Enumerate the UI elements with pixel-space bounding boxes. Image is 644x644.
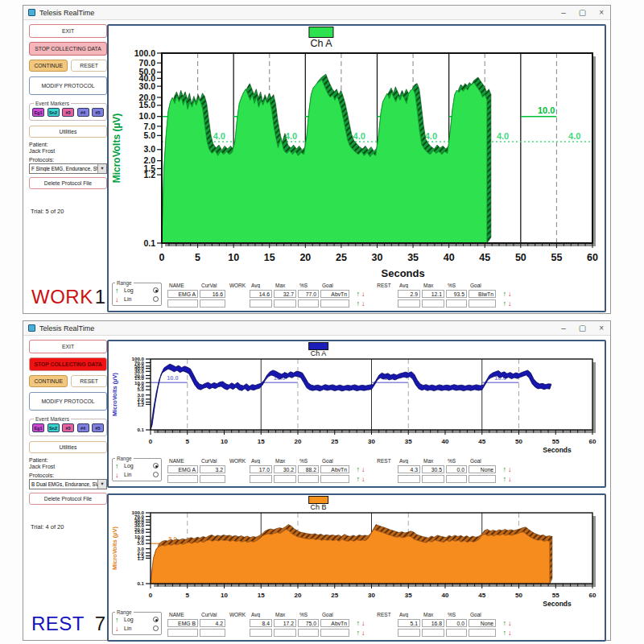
event-marker-1-button[interactable]: Eg1 — [32, 108, 44, 117]
svg-text:5.0: 5.0 — [143, 130, 155, 140]
stat-value-name: EMG B — [167, 619, 198, 627]
stat-value-rest-pct: 0.0 — [446, 619, 467, 627]
utilities-button[interactable]: Utilities — [29, 441, 107, 453]
protocol-select[interactable]: B Dual EMGs, Endurance, SW ▼ — [29, 479, 107, 489]
goal-up-arrow[interactable]: ↑ — [503, 475, 507, 483]
goal-down-arrow[interactable]: ↓ — [361, 290, 365, 298]
goal-down-arrow[interactable]: ↓ — [508, 475, 512, 483]
goal-up-arrow[interactable]: ↑ — [503, 299, 507, 308]
close-button[interactable]: × — [599, 9, 604, 17]
stat-value-work-avg: 14.6 — [250, 290, 272, 298]
trial-counter: Trial: 4 of 20 — [31, 523, 64, 530]
event-marker-5-button[interactable]: #5 — [92, 108, 104, 117]
chevron-down-icon[interactable]: ▼ — [97, 164, 106, 173]
goal-up-arrow[interactable]: ↑ — [503, 290, 507, 298]
event-markers-label: Event Markers — [34, 101, 71, 106]
col-header-avg: Avg — [250, 458, 272, 464]
stat-value-work-goal — [320, 475, 349, 483]
goal-up-arrow[interactable]: ↑ — [357, 290, 361, 298]
modify-protocol-button[interactable]: MODIFY PROTOCOL — [29, 76, 107, 95]
goal-up-arrow[interactable]: ↑ — [503, 629, 507, 637]
goal-down-arrow[interactable]: ↓ — [508, 619, 512, 627]
goal-up-arrow[interactable]: ↑ — [357, 629, 361, 637]
svg-text:Seconds: Seconds — [543, 600, 572, 608]
minimize-button[interactable]: – — [561, 9, 566, 17]
event-marker-2-button[interactable]: Sn2 — [47, 423, 60, 432]
svg-text:Seconds: Seconds — [543, 446, 572, 454]
goal-up-arrow[interactable]: ↑ — [357, 475, 361, 483]
goal-down-arrow[interactable]: ↓ — [361, 629, 365, 637]
delete-protocol-button[interactable]: Delete Protocol File — [29, 177, 107, 189]
goal-down-arrow[interactable]: ↓ — [361, 475, 365, 483]
continue-button[interactable]: CONTINUE — [29, 60, 68, 72]
range-down-arrow[interactable]: ↓ — [115, 471, 122, 479]
titlebar[interactable]: Telesis RealTime – ▢ × — [23, 6, 610, 20]
svg-text:Ch A: Ch A — [310, 38, 332, 49]
stat-value-rest-avg: 5.1 — [398, 619, 420, 627]
maximize-button[interactable]: ▢ — [579, 324, 586, 332]
range-log-radio[interactable] — [153, 617, 159, 622]
stat-value-work-avg: 17.0 — [250, 465, 272, 473]
minimize-button[interactable]: – — [561, 324, 566, 332]
maximize-button[interactable]: ▢ — [579, 9, 586, 17]
range-log-radio[interactable] — [153, 287, 159, 293]
reset-button[interactable]: RESET — [71, 60, 107, 72]
continue-button[interactable]: CONTINUE — [29, 375, 68, 387]
delete-protocol-button[interactable]: Delete Protocol File — [29, 493, 107, 505]
event-marker-1-button[interactable]: Eg1 — [32, 423, 44, 432]
protocol-select[interactable]: F Single EMG, Endurance, SW ▼ — [29, 163, 107, 174]
goal-up-arrow[interactable]: ↑ — [503, 465, 507, 473]
reset-button[interactable]: RESET — [71, 375, 107, 387]
goal-up-arrow[interactable]: ↑ — [357, 619, 361, 627]
range-down-arrow[interactable]: ↓ — [115, 295, 122, 303]
modify-protocol-button[interactable]: MODIFY PROTOCOL — [29, 392, 107, 411]
event-marker-4-button[interactable]: #4 — [77, 423, 89, 432]
event-marker-2-button[interactable]: Sn2 — [47, 108, 60, 117]
range-lin-radio[interactable] — [153, 472, 159, 477]
event-marker-5-button[interactable]: #5 — [92, 423, 104, 432]
stop-collecting-data-button[interactable]: STOP COLLECTING DATA — [29, 357, 107, 371]
sidebar: EXIT STOP COLLECTING DATA CONTINUE RESET… — [29, 340, 107, 638]
stop-collecting-data-button[interactable]: STOP COLLECTING DATA — [29, 42, 107, 56]
goal-down-arrow[interactable]: ↓ — [508, 465, 512, 473]
event-marker-4-button[interactable]: #4 — [77, 108, 89, 117]
svg-text:10: 10 — [221, 592, 228, 599]
svg-text:30: 30 — [368, 438, 375, 445]
range-up-arrow[interactable]: ↑ — [115, 287, 122, 295]
event-marker-3-button[interactable]: #3 — [62, 423, 74, 432]
svg-text:25: 25 — [331, 438, 338, 445]
stat-value-work-max — [274, 629, 296, 637]
chevron-down-icon[interactable]: ▼ — [97, 480, 106, 489]
range-log-label: Log — [124, 617, 134, 622]
goal-down-arrow[interactable]: ↓ — [361, 619, 365, 627]
goal-down-arrow[interactable]: ↓ — [361, 465, 365, 473]
goal-down-arrow[interactable]: ↓ — [508, 290, 512, 298]
svg-text:10.0: 10.0 — [139, 111, 156, 121]
titlebar[interactable]: Telesis RealTime – ▢ × — [23, 321, 610, 336]
range-lin-radio[interactable] — [153, 625, 159, 631]
range-up-arrow[interactable]: ↑ — [115, 462, 122, 470]
range-log-radio[interactable] — [153, 463, 159, 469]
goal-down-arrow[interactable]: ↓ — [508, 299, 512, 308]
exit-button[interactable]: EXIT — [29, 24, 107, 38]
utilities-button[interactable]: Utilities — [29, 126, 107, 138]
stats-panel-rest-chb: Range↑Log↓LinNAMECurValWORKAvgMax%SGoalR… — [109, 609, 605, 640]
range-lin-radio[interactable] — [153, 296, 159, 302]
col-header-rest: REST — [372, 612, 396, 617]
event-marker-3-button[interactable]: #3 — [62, 108, 74, 117]
range-down-arrow[interactable]: ↓ — [115, 625, 122, 633]
exit-button[interactable]: EXIT — [29, 340, 107, 353]
goal-up-arrow[interactable]: ↑ — [357, 299, 361, 308]
stat-value-work-pct: 88.2 — [298, 465, 319, 473]
svg-text:20: 20 — [295, 592, 302, 599]
goal-down-arrow[interactable]: ↓ — [508, 629, 512, 637]
goal-up-arrow[interactable]: ↑ — [357, 465, 361, 473]
svg-text:7.0: 7.0 — [143, 122, 155, 131]
chart-work-cha: 10.010.010.010.010.010.04.04.04.04.04.04… — [109, 26, 605, 280]
goal-down-arrow[interactable]: ↓ — [361, 299, 365, 308]
svg-text:25: 25 — [336, 252, 347, 263]
goal-up-arrow[interactable]: ↑ — [503, 619, 507, 627]
range-up-arrow[interactable]: ↑ — [115, 616, 122, 624]
close-button[interactable]: × — [599, 324, 604, 332]
svg-text:35: 35 — [405, 592, 412, 599]
